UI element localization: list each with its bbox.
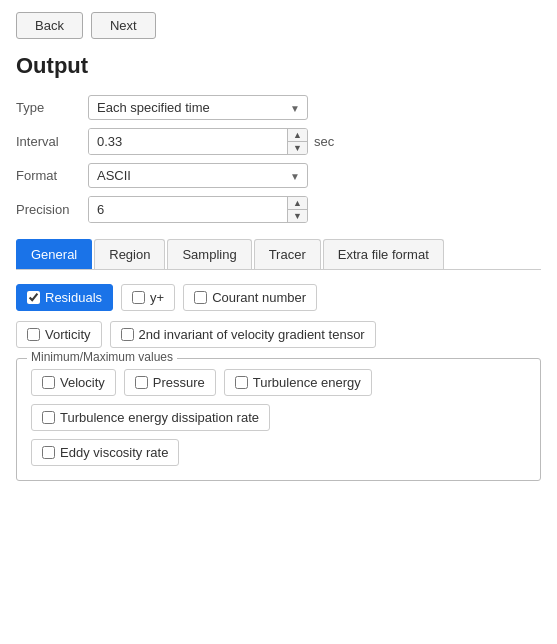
- top-navigation: Back Next: [16, 12, 541, 39]
- turb-diss-checkbox[interactable]: [42, 411, 55, 424]
- tabs-section: General Region Sampling Tracer Extra fil…: [16, 239, 541, 481]
- residuals-label: Residuals: [45, 290, 102, 305]
- checkbox-pressure[interactable]: Pressure: [124, 369, 216, 396]
- tab-sampling[interactable]: Sampling: [167, 239, 251, 269]
- precision-row: Precision ▲ ▼: [16, 196, 541, 223]
- checkbox-residuals[interactable]: Residuals: [16, 284, 113, 311]
- minmax-fieldset: Minimum/Maximum values Velocity Pressure…: [16, 358, 541, 481]
- checkbox-turbulence-energy[interactable]: Turbulence energy: [224, 369, 372, 396]
- type-select-wrapper: Each specified time Each time step At en…: [88, 95, 308, 120]
- interval-input[interactable]: [89, 129, 287, 154]
- interval-control: ▲ ▼ sec: [88, 128, 334, 155]
- format-control: ASCII Binary ▼: [88, 163, 308, 188]
- vorticity-label: Vorticity: [45, 327, 91, 342]
- second-invariant-label: 2nd invariant of velocity gradient tenso…: [139, 327, 365, 342]
- turbulence-energy-checkbox[interactable]: [235, 376, 248, 389]
- checkbox-turb-diss[interactable]: Turbulence energy dissipation rate: [31, 404, 270, 431]
- checkboxes-row2: Vorticity 2nd invariant of velocity grad…: [16, 321, 541, 348]
- interval-spinner-buttons: ▲ ▼: [287, 129, 307, 154]
- checkbox-second-invariant[interactable]: 2nd invariant of velocity gradient tenso…: [110, 321, 376, 348]
- precision-spinner-buttons: ▲ ▼: [287, 197, 307, 222]
- pressure-checkbox[interactable]: [135, 376, 148, 389]
- interval-unit: sec: [314, 134, 334, 149]
- back-button[interactable]: Back: [16, 12, 83, 39]
- checkbox-velocity[interactable]: Velocity: [31, 369, 116, 396]
- turbulence-energy-label: Turbulence energy: [253, 375, 361, 390]
- checkbox-courant[interactable]: Courant number: [183, 284, 317, 311]
- interval-spinner: ▲ ▼: [88, 128, 308, 155]
- precision-input[interactable]: [89, 197, 287, 222]
- precision-down-button[interactable]: ▼: [288, 210, 307, 222]
- checkboxes-row1: Residuals y+ Courant number: [16, 284, 541, 311]
- pressure-label: Pressure: [153, 375, 205, 390]
- eddy-visc-checkbox[interactable]: [42, 446, 55, 459]
- turb-diss-label: Turbulence energy dissipation rate: [60, 410, 259, 425]
- minmax-row1: Velocity Pressure Turbulence energy: [31, 369, 526, 396]
- type-label: Type: [16, 100, 88, 115]
- minmax-legend: Minimum/Maximum values: [27, 350, 177, 364]
- interval-label: Interval: [16, 134, 88, 149]
- courant-checkbox[interactable]: [194, 291, 207, 304]
- format-select-wrapper: ASCII Binary ▼: [88, 163, 308, 188]
- next-button[interactable]: Next: [91, 12, 156, 39]
- checkbox-eddy-visc[interactable]: Eddy viscosity rate: [31, 439, 179, 466]
- tab-tracer[interactable]: Tracer: [254, 239, 321, 269]
- page-title: Output: [16, 53, 541, 79]
- output-form: Type Each specified time Each time step …: [16, 95, 541, 223]
- type-select[interactable]: Each specified time Each time step At en…: [88, 95, 308, 120]
- precision-label: Precision: [16, 202, 88, 217]
- interval-row: Interval ▲ ▼ sec: [16, 128, 541, 155]
- vorticity-checkbox[interactable]: [27, 328, 40, 341]
- eddy-visc-label: Eddy viscosity rate: [60, 445, 168, 460]
- tab-content-general: Residuals y+ Courant number Vorticity 2n…: [16, 270, 541, 481]
- precision-control: ▲ ▼: [88, 196, 308, 223]
- precision-input-row: ▲ ▼: [89, 197, 307, 222]
- format-select[interactable]: ASCII Binary: [88, 163, 308, 188]
- second-invariant-checkbox[interactable]: [121, 328, 134, 341]
- tabs-bar: General Region Sampling Tracer Extra fil…: [16, 239, 541, 270]
- interval-down-button[interactable]: ▼: [288, 142, 307, 154]
- tab-extra[interactable]: Extra file format: [323, 239, 444, 269]
- tab-region[interactable]: Region: [94, 239, 165, 269]
- type-control: Each specified time Each time step At en…: [88, 95, 308, 120]
- format-row: Format ASCII Binary ▼: [16, 163, 541, 188]
- minmax-row3: Eddy viscosity rate: [31, 439, 526, 466]
- minmax-row2: Turbulence energy dissipation rate: [31, 404, 526, 431]
- type-row: Type Each specified time Each time step …: [16, 95, 541, 120]
- interval-up-button[interactable]: ▲: [288, 129, 307, 142]
- checkbox-vorticity[interactable]: Vorticity: [16, 321, 102, 348]
- tab-general[interactable]: General: [16, 239, 92, 269]
- interval-input-row: ▲ ▼: [89, 129, 307, 154]
- velocity-checkbox[interactable]: [42, 376, 55, 389]
- courant-label: Courant number: [212, 290, 306, 305]
- checkbox-yplus[interactable]: y+: [121, 284, 175, 311]
- precision-up-button[interactable]: ▲: [288, 197, 307, 210]
- yplus-label: y+: [150, 290, 164, 305]
- format-label: Format: [16, 168, 88, 183]
- precision-spinner: ▲ ▼: [88, 196, 308, 223]
- yplus-checkbox[interactable]: [132, 291, 145, 304]
- velocity-label: Velocity: [60, 375, 105, 390]
- residuals-checkbox[interactable]: [27, 291, 40, 304]
